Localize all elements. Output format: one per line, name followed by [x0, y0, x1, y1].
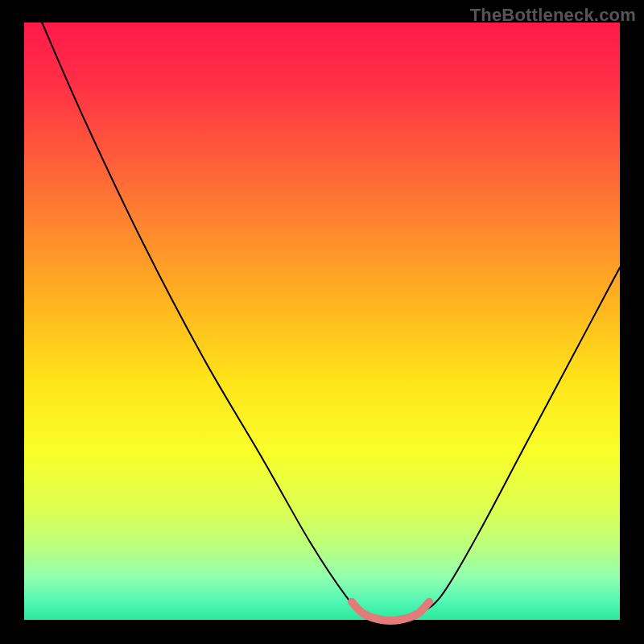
- chart-frame: TheBottleneck.com: [0, 0, 644, 644]
- plot-background: [24, 23, 620, 620]
- watermark-text: TheBottleneck.com: [470, 5, 636, 26]
- bottleneck-chart: [0, 0, 644, 644]
